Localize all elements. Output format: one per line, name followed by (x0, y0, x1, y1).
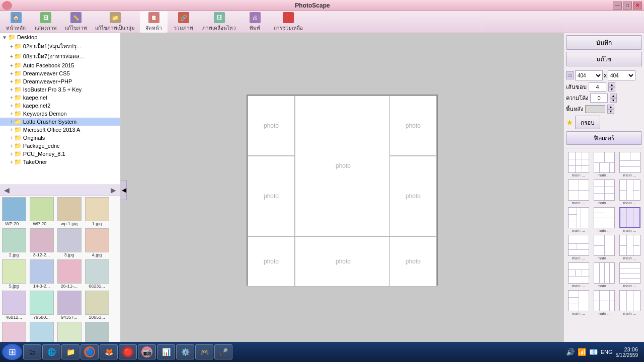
thumbnail-item[interactable]: WP 20... (0, 196, 28, 227)
photo-cell-3[interactable]: photo (389, 96, 437, 156)
thumbnail-item[interactable]: 26-11-... (55, 258, 83, 290)
nav-left[interactable]: ◀ (2, 186, 12, 194)
taskbar-file-explorer[interactable]: 🗂 (23, 344, 41, 359)
template-item[interactable]: main ... (566, 179, 591, 206)
minimize-button[interactable]: — (613, 2, 622, 10)
template-item[interactable]: main ... (592, 234, 616, 261)
template-item[interactable]: main ... (592, 151, 616, 178)
thumbnail-item[interactable]: 1.jpg (83, 196, 111, 227)
tree-item[interactable]: +📁kaepe.net (0, 94, 120, 102)
photo-cell-7[interactable]: photo (295, 236, 391, 287)
template-item[interactable]: main ... (566, 290, 591, 316)
tree-item-desktop[interactable]: ▼ 📁 Desktop (0, 33, 120, 41)
template-item[interactable]: main ... (592, 290, 616, 316)
photo-cell-4[interactable]: photo (248, 156, 295, 236)
taskbar-app2[interactable]: 🔴 (119, 344, 137, 359)
close-button[interactable]: ✕ (633, 2, 642, 10)
tree-item[interactable]: +📁Microsoft Office 2013 A (0, 126, 120, 134)
curve-down[interactable]: ▼ (610, 98, 617, 103)
tree-item[interactable]: +📁08ยาเม็ด7(อาหารสมดล... (0, 51, 120, 61)
photo-cell-5[interactable]: photo (389, 156, 437, 236)
tree-item[interactable]: +📁Dreamweaver CS5 (0, 69, 120, 77)
thumbnail-item[interactable]: 14-3-2... (28, 258, 55, 290)
template-item[interactable]: main ... (566, 262, 591, 289)
tree-item[interactable]: +📁PCU_Money_8.1 (0, 150, 120, 158)
toolbar-combine[interactable]: 🔗 รวมภาพ (170, 11, 197, 33)
taskbar-settings[interactable]: ⚙️ (176, 344, 194, 359)
collapse-handle[interactable]: ◀ (121, 180, 127, 200)
thumbnail-item[interactable]: 10653... (83, 290, 111, 321)
tree-item[interactable]: +📁Dreamweaver+PHP (0, 77, 120, 85)
template-item[interactable]: main ... (592, 179, 616, 206)
bg-up[interactable]: ▲ (607, 105, 614, 109)
template-item[interactable]: main ... (617, 234, 642, 261)
volume-icon[interactable]: 🔊 (566, 348, 575, 356)
tree-item[interactable]: +📁Package_ednc (0, 142, 120, 150)
template-item[interactable]: main ... (617, 179, 642, 206)
template-item[interactable]: main ... (592, 207, 616, 233)
taskbar-photoscape[interactable]: 📷 (138, 344, 156, 359)
thumbnail-item[interactable]: 2.jpg (0, 227, 28, 258)
template-item[interactable]: main ... (592, 262, 616, 289)
thumbnail-item[interactable]: 5.jpg (0, 258, 28, 290)
taskbar-folder[interactable]: 📁 (61, 344, 79, 359)
tree-item[interactable]: +📁Originals (0, 134, 120, 142)
apply-frame-button[interactable]: กรอบ (575, 116, 600, 129)
photo-cell-6[interactable]: photo (248, 236, 295, 287)
photo-canvas[interactable]: photo photo photo photo photo photo (121, 33, 564, 347)
taskbar-firefox[interactable]: 🦊 (100, 344, 118, 359)
height-select[interactable]: 4048001024 (608, 70, 635, 80)
photo-cell-8[interactable]: photo (389, 236, 437, 287)
curve-input[interactable] (590, 94, 608, 103)
tree-item[interactable]: +📁02ยาเม็ด1(สมุนไพรปรุ... (0, 41, 120, 51)
save-button[interactable]: บันทึก (566, 35, 642, 50)
thumbnail-item[interactable]: 66231... (83, 258, 111, 290)
toolbar-collage[interactable]: 📋 จัดหน้า (140, 11, 168, 33)
toolbar-editor[interactable]: ✏️ แก้ไขภาพ (62, 11, 90, 33)
taskbar-ie[interactable]: 🌐 (42, 344, 60, 359)
thumbnail-item[interactable]: wp.1.jpg (55, 196, 83, 227)
maximize-button[interactable]: □ (623, 2, 632, 10)
template-item[interactable]: main ... (566, 234, 591, 261)
template-item[interactable]: main ... (617, 262, 642, 289)
toolbar-print[interactable]: 🖨 พิมพ์ (241, 11, 269, 33)
border-down[interactable]: ▼ (608, 87, 615, 92)
photo-cell-2[interactable]: photo (295, 96, 391, 236)
start-button[interactable]: ⊞ (2, 344, 22, 360)
toolbar-home[interactable]: 🏠 หน้าหลัก (2, 11, 30, 33)
toolbar-batch[interactable]: 📁 แก้ไขภาพเป็นกลุ่ม (92, 11, 138, 33)
template-item[interactable]: main ... (617, 207, 642, 233)
tree-item[interactable]: +📁TakeOner (0, 158, 120, 166)
width-select[interactable]: 4048001024 (575, 70, 603, 80)
tree-item[interactable]: +📁Lotto Crusher System (0, 118, 120, 126)
tree-item[interactable]: +📁Keywords Demon (0, 110, 120, 118)
photo-cell-1[interactable]: photo (248, 96, 295, 156)
thumbnail-item[interactable]: 94357... (55, 290, 83, 321)
bg-down[interactable]: ▼ (607, 109, 614, 114)
nav-right[interactable]: ▶ (109, 186, 118, 194)
edit-button[interactable]: แก้ไข (566, 52, 642, 66)
network-icon[interactable]: 📶 (578, 348, 586, 356)
template-item[interactable]: main ... (566, 207, 591, 233)
thumbnail-item[interactable]: 4.jpg (83, 227, 111, 258)
taskbar-excel[interactable]: 📊 (157, 344, 175, 359)
thumbnail-item[interactable]: 79580... (28, 290, 55, 321)
tree-item[interactable]: +📁Auto Facebook 2015 (0, 61, 120, 69)
thumbnail-item[interactable]: 46812... (0, 290, 28, 321)
tree-item[interactable]: +📁kaepe.net2 (0, 102, 120, 110)
tree-item[interactable]: +📁IsoBuster Pro 3.5 + Key (0, 85, 120, 94)
template-item[interactable]: main ... (617, 290, 642, 316)
filter-button[interactable]: ฟิลเตอร์ (566, 131, 642, 145)
toolbar-help[interactable]: ❓ การช่วยเหลือ (271, 11, 306, 33)
toolbar-gif[interactable]: 🎞 ภาพเคลื่อนไหว (199, 11, 239, 33)
curve-up[interactable]: ▲ (610, 94, 617, 98)
bg-color-swatch[interactable] (585, 105, 605, 113)
template-item[interactable]: main ... (617, 151, 642, 178)
lang-indicator[interactable]: ENG (601, 349, 613, 355)
taskbar-game[interactable]: 🎮 (195, 344, 213, 359)
taskbar-media[interactable]: 🎤 (214, 344, 232, 359)
toolbar-viewer[interactable]: 🖼 แสดงภาพ (32, 11, 60, 33)
thumbnail-item[interactable]: 3-12-2... (28, 227, 55, 258)
taskbar-app1[interactable]: 🔵 (80, 344, 99, 359)
mail-icon[interactable]: 📧 (589, 348, 598, 356)
